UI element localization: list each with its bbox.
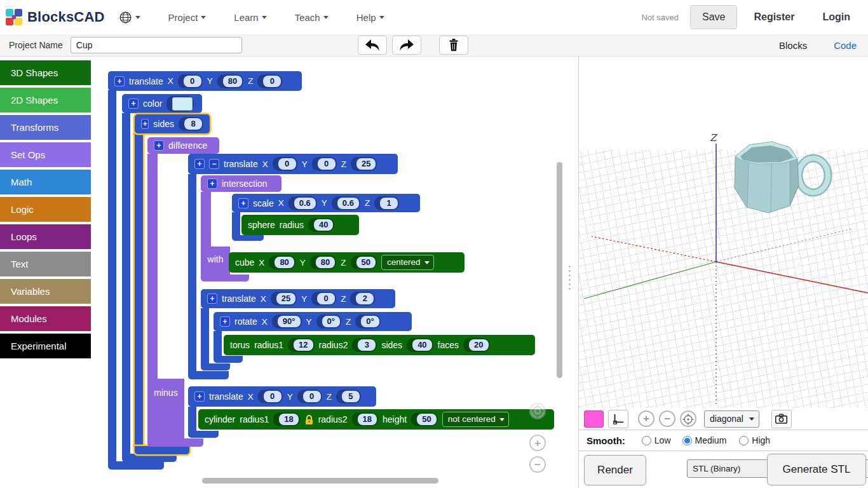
panel-resize-handle[interactable] [567, 264, 572, 290]
edge-color-swatch[interactable] [584, 410, 604, 428]
radius1-field[interactable]: 12 [294, 339, 313, 351]
blockscad-logo[interactable]: BlocksCAD [5, 8, 105, 26]
plus-icon[interactable]: + [141, 119, 149, 129]
sidebar-item-logic[interactable]: Logic [0, 197, 91, 222]
scale-block[interactable]: + scale X 0.6 Y 0.6 Z 1 [232, 194, 420, 212]
difference-block[interactable]: + difference [147, 137, 219, 154]
color-swatch[interactable] [172, 97, 193, 111]
plus-icon[interactable]: + [154, 140, 164, 151]
plus-icon[interactable]: + [194, 159, 205, 169]
y-field[interactable]: 0 [317, 293, 335, 304]
minus-icon[interactable]: − [209, 159, 219, 169]
plus-icon[interactable]: + [207, 294, 217, 304]
smooth-high-radio[interactable] [739, 436, 749, 445]
menu-teach[interactable]: Teach [295, 12, 329, 23]
register-link[interactable]: Register [754, 11, 794, 23]
cylinder-block[interactable]: cylinder radius1 18 radius2 18 height 50… [198, 409, 554, 430]
sides-field[interactable]: 40 [412, 339, 431, 351]
translate-bottom-block[interactable]: + translate X 0 Y 0 Z 5 [188, 386, 376, 407]
intersection-block[interactable]: + intersection [201, 175, 281, 192]
radius2-field[interactable]: 3 [358, 339, 376, 351]
radius-field[interactable]: 40 [314, 219, 333, 231]
y-field[interactable]: 80 [223, 76, 242, 87]
sidebar-item-3d-shapes[interactable]: 3D Shapes [0, 60, 91, 85]
undo-button[interactable] [358, 36, 387, 55]
plus-icon[interactable]: + [128, 98, 139, 109]
sphere-block[interactable]: sphere radius 40 [241, 215, 359, 235]
horizontal-scrollbar[interactable] [202, 478, 438, 484]
reset-view-button[interactable] [680, 410, 696, 427]
translate-ring-block[interactable]: + translate X 25 Y 0 Z 2 [201, 289, 395, 308]
plus-icon[interactable]: + [207, 179, 217, 189]
color-block[interactable]: + color [122, 94, 202, 113]
generate-stl-button[interactable]: Generate STL [767, 454, 866, 485]
translate-mid-block[interactable]: + − translate X 0 Y 0 Z 25 [188, 154, 398, 174]
zoom-out-button[interactable]: − [659, 410, 675, 427]
radius2-field[interactable]: 18 [358, 414, 377, 425]
smooth-medium-radio[interactable] [682, 436, 692, 445]
x-field[interactable]: 25 [276, 293, 295, 304]
smooth-high-option[interactable]: High [739, 435, 770, 445]
menu-learn[interactable]: Learn [234, 12, 266, 23]
sides-block[interactable]: + sides 8 [135, 114, 210, 133]
screenshot-button[interactable] [771, 410, 792, 428]
radius1-field[interactable]: 18 [279, 414, 298, 425]
redo-button[interactable] [392, 36, 421, 55]
y-field[interactable]: 0° [322, 316, 340, 327]
smooth-medium-option[interactable]: Medium [682, 435, 727, 445]
lock-icon[interactable] [304, 414, 314, 425]
sidebar-item-experimental[interactable]: Experimental [0, 334, 91, 358]
y-field[interactable]: 0 [318, 158, 336, 170]
sidebar-item-loops[interactable]: Loops [0, 224, 91, 249]
x-field[interactable]: 0 [264, 391, 281, 402]
translate-block[interactable]: + translate X 0 Y 80 Z 0 [108, 71, 302, 91]
sidebar-item-modules[interactable]: Modules [0, 306, 91, 331]
z-field[interactable]: 0 [263, 76, 281, 87]
sidebar-item-2d-shapes[interactable]: 2D Shapes [0, 88, 91, 112]
zoom-in-button[interactable]: + [638, 410, 654, 427]
cube-block[interactable]: cube X 80 Y 80 Z 50 centered [229, 252, 465, 273]
sidebar-item-variables[interactable]: Variables [0, 279, 91, 304]
sidebar-item-text[interactable]: Text [0, 252, 91, 276]
language-menu[interactable] [119, 11, 140, 24]
z-field[interactable]: 1 [380, 198, 398, 209]
smooth-low-radio[interactable] [642, 436, 651, 445]
sidebar-item-set-ops[interactable]: Set Ops [0, 142, 91, 167]
tab-blocks[interactable]: Blocks [779, 40, 807, 51]
view-preset-select[interactable]: diagonal [704, 410, 759, 428]
x-field[interactable]: 0 [278, 158, 296, 170]
viewport-3d[interactable]: Z [579, 56, 868, 408]
centering-dropdown[interactable]: centered [381, 255, 434, 270]
z-field[interactable]: 25 [356, 158, 376, 170]
plus-icon[interactable]: + [238, 198, 248, 208]
menu-help[interactable]: Help [356, 12, 384, 23]
menu-project[interactable]: Project [168, 12, 207, 23]
z-field[interactable]: 0° [361, 316, 379, 327]
plus-icon[interactable]: + [114, 76, 125, 86]
y-field[interactable]: 0 [303, 391, 321, 402]
center-view-button[interactable] [529, 403, 546, 419]
sides-field[interactable]: 8 [184, 118, 202, 130]
login-link[interactable]: Login [822, 11, 850, 23]
x-field[interactable]: 90° [278, 316, 301, 327]
project-name-input[interactable] [71, 37, 242, 53]
rotate-block[interactable]: + rotate X 90° Y 0° Z 0° [214, 312, 412, 331]
z-field[interactable]: 5 [342, 391, 360, 402]
save-button[interactable]: Save [690, 5, 737, 29]
vertical-scrollbar[interactable] [557, 162, 562, 378]
zoom-in-button[interactable]: + [529, 435, 546, 451]
zoom-out-button[interactable]: − [529, 456, 546, 473]
delete-button[interactable] [439, 36, 468, 55]
blockly-workspace[interactable]: minus with + translate X 0 Y 80 Z 0 + co… [91, 56, 578, 488]
x-field[interactable]: 0 [184, 76, 201, 87]
plus-icon[interactable]: + [220, 316, 230, 327]
plus-icon[interactable]: + [194, 391, 205, 402]
y-field[interactable]: 80 [316, 257, 335, 268]
sidebar-item-transforms[interactable]: Transforms [0, 115, 91, 140]
torus-block[interactable]: torus radius1 12 radius2 3 sides 40 face… [224, 335, 535, 355]
z-field[interactable]: 50 [356, 257, 376, 268]
y-field[interactable]: 0.6 [337, 198, 359, 209]
tab-code[interactable]: Code [834, 40, 857, 51]
height-field[interactable]: 50 [417, 414, 436, 425]
axes-toggle-button[interactable] [608, 410, 628, 428]
